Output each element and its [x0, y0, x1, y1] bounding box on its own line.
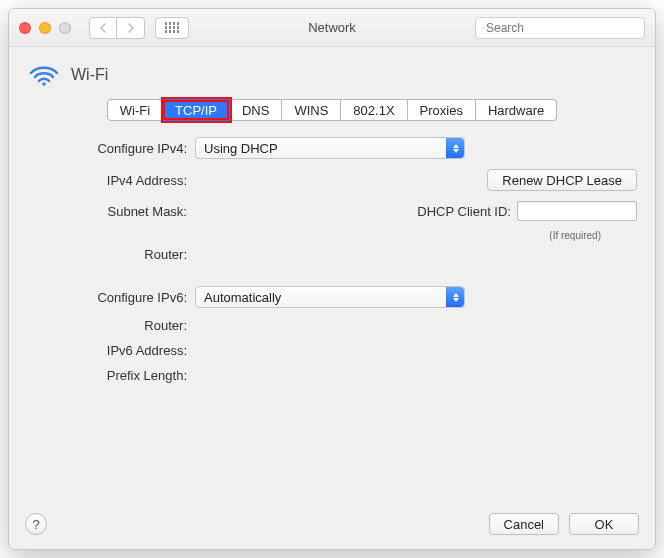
cancel-button[interactable]: Cancel: [489, 513, 559, 535]
label-prefix-length: Prefix Length:: [27, 368, 195, 383]
updown-icon: [446, 138, 464, 158]
chevron-left-icon: [99, 23, 107, 33]
tab-wins[interactable]: WINS: [282, 99, 341, 121]
tabbar: Wi-Fi TCP/IP DNS WINS 802.1X Proxies Har…: [25, 99, 639, 121]
tab-wifi[interactable]: Wi-Fi: [107, 99, 163, 121]
select-configure-ipv6[interactable]: Automatically: [195, 286, 465, 308]
label-ipv6-router: Router:: [27, 318, 195, 333]
panel-title: Wi-Fi: [71, 66, 108, 84]
minimize-window-icon[interactable]: [39, 22, 51, 34]
grid-icon: [165, 22, 180, 33]
input-dhcp-client-id[interactable]: [517, 201, 637, 221]
window: Network Wi-Fi Wi-Fi TC: [8, 8, 656, 550]
renew-dhcp-lease-button[interactable]: Renew DHCP Lease: [487, 169, 637, 191]
traffic-lights: [19, 22, 71, 34]
tab-hardware[interactable]: Hardware: [476, 99, 557, 121]
show-all-button[interactable]: [155, 17, 189, 39]
zoom-window-icon: [59, 22, 71, 34]
tab-8021x[interactable]: 802.1X: [341, 99, 407, 121]
label-ipv4-router: Router:: [27, 247, 195, 262]
titlebar: Network: [9, 9, 655, 47]
select-configure-ipv4-value: Using DHCP: [204, 141, 278, 156]
content: Wi-Fi Wi-Fi TCP/IP DNS WINS 802.1X Proxi…: [9, 47, 655, 549]
tab-tcpip[interactable]: TCP/IP: [163, 99, 230, 121]
label-ipv6-address: IPv6 Address:: [27, 343, 195, 358]
hint-if-required: (If required): [549, 230, 601, 241]
tab-dns[interactable]: DNS: [230, 99, 282, 121]
help-button[interactable]: ?: [25, 513, 47, 535]
ok-button[interactable]: OK: [569, 513, 639, 535]
close-window-icon[interactable]: [19, 22, 31, 34]
label-configure-ipv6: Configure IPv6:: [27, 290, 195, 305]
select-configure-ipv6-value: Automatically: [204, 290, 281, 305]
label-ipv4-address: IPv4 Address:: [27, 173, 195, 188]
nav-forward-button[interactable]: [117, 17, 145, 39]
wifi-icon: [29, 63, 59, 87]
panel-heading: Wi-Fi: [25, 57, 639, 99]
svg-point-2: [42, 82, 46, 86]
label-subnet-mask: Subnet Mask:: [27, 204, 195, 219]
nav-back-button[interactable]: [89, 17, 117, 39]
search-input[interactable]: [484, 20, 638, 36]
footer: ? Cancel OK: [25, 505, 639, 535]
tab-proxies[interactable]: Proxies: [408, 99, 476, 121]
chevron-right-icon: [127, 23, 135, 33]
label-dhcp-client-id: DHCP Client ID:: [417, 204, 511, 219]
search-field-wrap[interactable]: [475, 17, 645, 39]
label-configure-ipv4: Configure IPv4:: [27, 141, 195, 156]
updown-icon: [446, 287, 464, 307]
tcpip-form: Configure IPv4: Using DHCP IPv4 Address:…: [25, 135, 639, 505]
nav-back-forward: [89, 17, 145, 39]
select-configure-ipv4[interactable]: Using DHCP: [195, 137, 465, 159]
